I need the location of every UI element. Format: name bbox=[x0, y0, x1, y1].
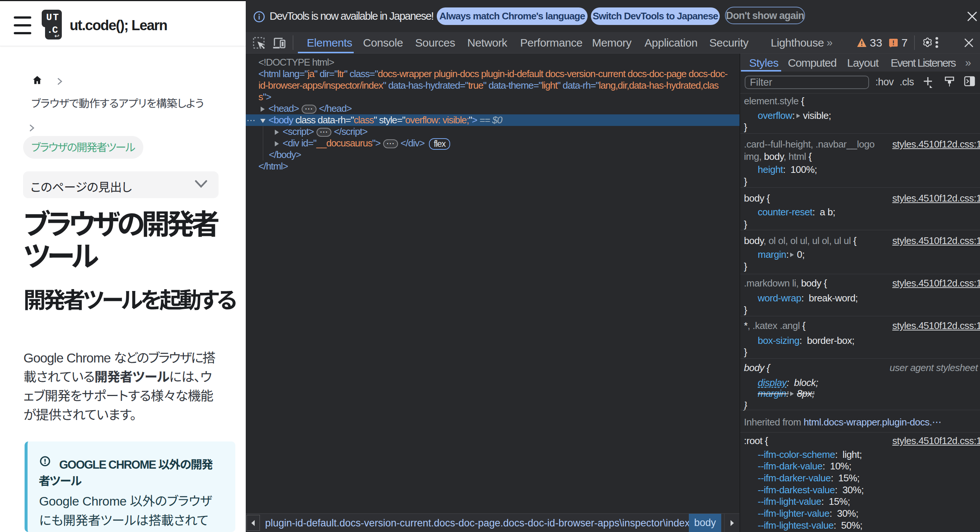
svg-text:T: T bbox=[53, 12, 59, 23]
svg-text:↩: ↩ bbox=[54, 33, 59, 39]
svg-text:U: U bbox=[46, 12, 52, 23]
